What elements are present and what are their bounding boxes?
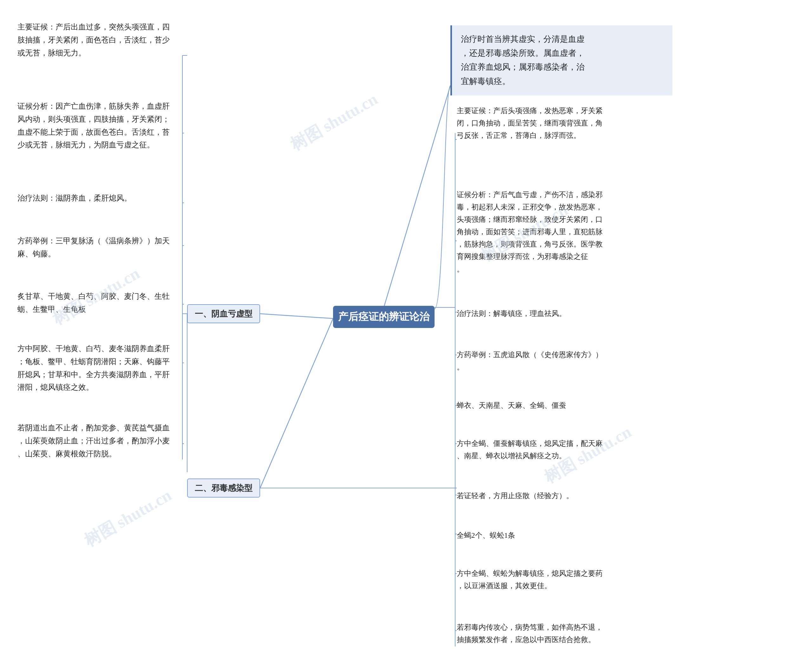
right-node-2: 证候分析：产后气血亏虚，产伤不洁，感染邪 毒，初起邪人未深，正邪交争，故发热恶寒… [457, 188, 647, 275]
left-node-6: 方中阿胶、干地黄、白芍、麦冬滋阴养血柔肝 ；龟板、鳖甲、牡蛎育阴潜阳；天麻、钩藤… [18, 342, 182, 394]
left-node-3: 治疗法则：滋阴养血，柔肝熄风。 [18, 192, 182, 205]
svg-line-2 [384, 85, 450, 307]
svg-line-0 [260, 314, 333, 318]
right-node-3: 治疗法则：解毒镇痉，理血祛风。 [457, 307, 647, 320]
right-node-10: 若邪毒内传攻心，病势笃重，如伴高热不退， 抽搐频繁发作者，应急以中西医结合抢救。 [457, 621, 647, 646]
right-node-8: 全蝎2个、蜈蚣1条 [457, 529, 647, 541]
right-node-4: 方药举例：五虎追风散（《史传恩家传方》） 。 [457, 349, 647, 373]
right-node-6: 方中全蝎、僵蚕解毒镇痉，熄风定搐，配天麻 、南星、蝉衣以增祛风解痉之功。 [457, 437, 647, 462]
right-node-5: 蝉衣、天南星、天麻、全蝎、僵蚕 [457, 399, 647, 411]
right-node-1: 主要证候：产后头项强痛，发热恶寒，牙关紧 闭，口角抽动，面呈苦笑，继而项背强直，… [457, 104, 647, 141]
top-info-box: 治疗时首当辨其虚实，分清是血虚 ，还是邪毒感染所致。属血虚者， 治宜养血熄风；属… [450, 25, 672, 95]
right-node-9: 方中全蝎、蜈蚣为解毒镇痉，熄风定搐之要药 ，以豆淋酒送服，其效更佳。 [457, 567, 647, 592]
left-node-4: 方药举例：三甲复脉汤（《温病条辨》）加天 麻、钩藤。 [18, 235, 182, 260]
svg-line-1 [260, 318, 333, 488]
level1-yin-node: 一、阴血亏虚型 [187, 304, 260, 323]
level1-xie-node: 二、邪毒感染型 [187, 479, 260, 498]
top-info-text: 治疗时首当辨其虚实，分清是血虚 ，还是邪毒感染所致。属血虚者， 治宜养血熄风；属… [461, 35, 585, 86]
left-node-1: 主要证候：产后出血过多，突然头项强直，四 肢抽搐，牙关紧闭，面色苍白，舌淡红，苔… [18, 21, 182, 59]
left-node-2: 证候分析：因产亡血伤津，筋脉失养，血虚肝 风内动，则头项强直，四肢抽搐，牙关紧闭… [18, 100, 182, 151]
left-node-7: 若阴道出血不止者，酌加党参、黄芪益气摄血 ，山茱萸敛阴止血；汗出过多者，酌加浮小… [18, 421, 182, 460]
central-node: 产后痉证的辨证论治 [333, 306, 435, 328]
right-node-7: 若证轻者，方用止痉散（经验方）。 [457, 490, 647, 502]
left-node-5: 炙甘草、干地黄、白芍、阿胶、麦门冬、生牡 蛎、生鳖甲、生龟板 [18, 290, 182, 316]
